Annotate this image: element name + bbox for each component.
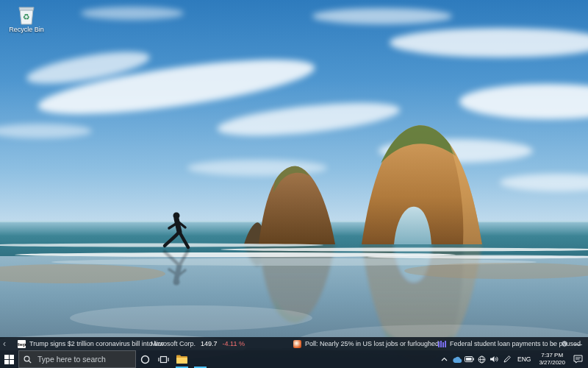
taskbar-clock[interactable]: 7:37 PM 3/27/2020 <box>535 350 569 368</box>
network-globe-icon <box>478 355 486 364</box>
stock-change: -4.11 % <box>223 340 245 347</box>
pen-icon <box>503 355 511 363</box>
task-view-button[interactable] <box>154 350 173 368</box>
start-button[interactable] <box>0 350 18 368</box>
taskbar-search-box[interactable] <box>18 350 136 368</box>
action-center-button[interactable] <box>570 350 586 368</box>
stock-name: Microsoft Corp. <box>151 340 196 347</box>
ticker-item-headline-1[interactable]: twp Trump signs $2 trillion coronavirus … <box>18 337 164 350</box>
news-interests-bar: ‹ twp Trump signs $2 trillion coronaviru… <box>0 337 588 350</box>
windows-ink-tray-button[interactable] <box>501 350 513 368</box>
file-explorer-button[interactable] <box>173 350 191 368</box>
ticker-controls: › ⚙ — <box>551 337 582 350</box>
edge-button[interactable] <box>191 350 209 368</box>
tray-expand-button[interactable] <box>439 350 451 368</box>
onedrive-cloud-icon <box>452 356 462 363</box>
stock-price: 149.7 <box>201 340 218 347</box>
headline-text: Trump signs $2 trillion coronavirus bill… <box>29 340 164 347</box>
clock-time: 7:37 PM <box>539 352 565 359</box>
ticker-item-headline-2[interactable]: Poll: Nearly 25% in US lost jobs or furl… <box>293 337 439 350</box>
chevron-up-icon <box>441 357 448 361</box>
dismiss-ticker-icon[interactable]: — <box>575 340 582 348</box>
taskbar: ENG 7:37 PM 3/27/2020 <box>0 350 588 368</box>
chevron-right-icon[interactable]: › <box>551 337 554 350</box>
battery-tray-button[interactable] <box>464 350 476 368</box>
washington-post-logo-icon: twp <box>18 340 26 348</box>
ticker-item-stock[interactable]: Microsoft Corp. 149.7 -4.11 % <box>151 337 245 350</box>
cortana-button[interactable] <box>136 350 154 368</box>
edge-icon <box>196 354 206 364</box>
onedrive-tray-button[interactable] <box>451 350 463 368</box>
windows-logo-icon <box>4 355 14 364</box>
recycle-bin-icon[interactable]: ♻ Recycle Bin <box>6 4 47 34</box>
language-indicator[interactable]: ENG <box>514 350 534 368</box>
publisher-logo-icon <box>438 340 446 348</box>
recycle-bin-glyph: ♻ <box>17 4 36 25</box>
battery-icon <box>465 356 474 362</box>
volume-tray-button[interactable] <box>489 350 501 368</box>
search-input[interactable] <box>36 354 127 364</box>
task-view-icon <box>158 355 169 364</box>
action-center-icon <box>573 355 583 364</box>
system-tray: ENG 7:37 PM 3/27/2020 <box>439 350 588 368</box>
windows-desktop: ♻ Recycle Bin ‹ twp Trump signs $2 trill… <box>0 0 588 368</box>
speaker-icon <box>490 355 498 363</box>
desktop-wallpaper <box>0 0 588 368</box>
ticker-prev-button[interactable]: ‹ <box>3 337 6 350</box>
cortana-icon <box>140 355 150 364</box>
svg-text:♻: ♻ <box>23 13 30 21</box>
clock-date: 3/27/2020 <box>539 359 565 367</box>
news-source-logo-icon <box>293 340 301 348</box>
file-explorer-icon <box>176 355 187 364</box>
chevron-left-icon: ‹ <box>3 337 6 350</box>
recycle-bin-label: Recycle Bin <box>9 26 44 34</box>
network-tray-button[interactable] <box>476 350 488 368</box>
search-icon <box>24 355 32 364</box>
headline-text: Poll: Nearly 25% in US lost jobs or furl… <box>305 340 439 347</box>
gear-icon[interactable]: ⚙ <box>561 337 568 350</box>
